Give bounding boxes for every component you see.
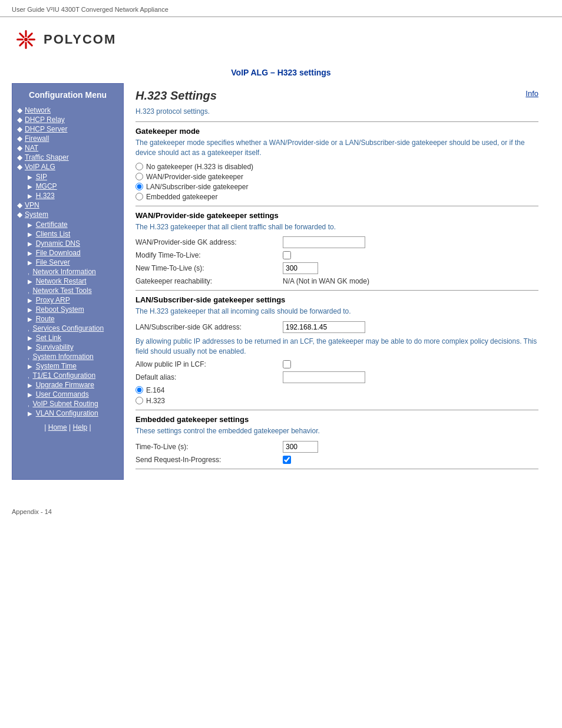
sidebar-item-sip[interactable]: ▶ SIP: [17, 172, 118, 181]
sidebar-item-nat[interactable]: ◆ NAT: [17, 144, 118, 152]
sidebar-item-network-restart[interactable]: ▶ Network Restart: [17, 276, 118, 285]
svg-rect-7: [19, 41, 25, 47]
radio-no-gatekeeper-input[interactable]: [135, 163, 143, 170]
sidebar-item-services-configuration[interactable]: , Services Configuration: [17, 324, 118, 332]
gk-reachability-label: Gatekeeper reachability:: [135, 277, 283, 285]
gk-reachability-value: N/A (Not in WAN GK mode): [283, 277, 369, 285]
page-title: VoIP ALG – H323 settings: [231, 68, 330, 77]
new-ttl-label: New Time-To-Live (s):: [135, 264, 283, 272]
sidebar-item-reboot-system[interactable]: ▶ Reboot System: [17, 305, 118, 314]
sidebar-item-network[interactable]: ◆ Network: [17, 106, 118, 114]
polycom-logo-icon: [12, 28, 40, 51]
allow-public-ip-row: Allow public IP in LCF:: [135, 360, 538, 368]
divider-2: [135, 206, 538, 206]
radio-lan-gatekeeper-input[interactable]: [135, 183, 143, 190]
sidebar-item-system-time[interactable]: ▶ System Time: [17, 361, 118, 370]
gatekeeper-mode-desc: The gatekeeper mode specifies whether a …: [135, 138, 538, 158]
sidebar-item-network-test-tools[interactable]: , Network Test Tools: [17, 286, 118, 295]
radio-wan-gatekeeper-input[interactable]: [135, 173, 143, 180]
divider-4: [135, 410, 538, 410]
send-request-checkbox[interactable]: [283, 456, 291, 464]
sidebar-item-network-information[interactable]: , Network Information: [17, 267, 118, 276]
allow-public-ip-checkbox[interactable]: [283, 360, 291, 368]
sidebar-item-voip-subnet-routing[interactable]: , VoIP Subnet Routing: [17, 399, 118, 408]
sidebar-item-clients-list[interactable]: ▶ Clients List: [17, 229, 118, 238]
lan-settings-section: LAN/Subscriber-side gatekeeper settings …: [135, 295, 538, 404]
sidebar-item-mgcp[interactable]: ▶ MGCP: [17, 182, 118, 190]
sidebar-item-certificate[interactable]: ▶ Certificate: [17, 220, 118, 229]
help-link[interactable]: Help: [73, 423, 88, 431]
sidebar-item-dhcp-relay[interactable]: ◆ DHCP Relay: [17, 116, 118, 124]
divider-3: [135, 290, 538, 291]
embedded-ttl-input[interactable]: [283, 441, 318, 453]
gatekeeper-mode-title: Gatekeeper mode: [135, 127, 538, 136]
gk-reachability-row: Gatekeeper reachability: N/A (Not in WAN…: [135, 277, 538, 285]
svg-rect-1: [25, 30, 27, 37]
wan-gk-address-input[interactable]: [283, 236, 365, 248]
sidebar-item-vlan-configuration[interactable]: ▶ VLAN Configuration: [17, 409, 118, 417]
wan-gk-address-label: WAN/Provider-side GK address:: [135, 238, 283, 246]
svg-rect-3: [16, 39, 24, 41]
gatekeeper-mode-section: Gatekeeper mode The gatekeeper mode spec…: [135, 127, 538, 201]
content-heading: H.323 Settings: [135, 89, 538, 103]
sidebar-item-user-commands[interactable]: ▶ User Commands: [17, 390, 118, 398]
modify-ttl-checkbox[interactable]: [283, 251, 291, 259]
sidebar-item-survivability[interactable]: ▶ Survivability: [17, 342, 118, 351]
embedded-settings-section: Embedded gatekeeper settings These setti…: [135, 415, 538, 464]
svg-rect-5: [27, 32, 34, 39]
sidebar-item-route[interactable]: ▶ Route: [17, 314, 118, 323]
alias-h323-radio[interactable]: [135, 397, 143, 404]
wan-settings-title: WAN/Provider-side gatekeeper settings: [135, 211, 538, 220]
divider-5: [135, 469, 538, 469]
home-link[interactable]: Home: [48, 423, 67, 431]
wan-settings-section: WAN/Provider-side gatekeeper settings Th…: [135, 211, 538, 286]
sidebar-item-system[interactable]: ◆ System: [17, 210, 118, 219]
sidebar-item-proxy-arp[interactable]: ▶ Proxy ARP: [17, 295, 118, 304]
sidebar-item-voip-alg[interactable]: ◆ VoIP ALG: [17, 163, 118, 171]
alias-e164-radio[interactable]: [135, 386, 143, 394]
default-alias-row: Default alias:: [135, 371, 538, 383]
sidebar-item-system-information[interactable]: , System Information: [17, 352, 118, 361]
radio-embedded-gatekeeper-input[interactable]: [135, 193, 143, 200]
sidebar-item-dhcp-server[interactable]: ◆ DHCP Server: [17, 125, 118, 133]
sidebar-item-file-download[interactable]: ▶ File Download: [17, 248, 118, 257]
send-request-row: Send Request-In-Progress:: [135, 456, 538, 464]
lan-gk-address-label: LAN/Subscriber-side GK address:: [135, 323, 283, 331]
new-ttl-input[interactable]: [283, 262, 318, 274]
sidebar-footer: | Home | Help |: [17, 423, 118, 431]
sidebar-item-firewall[interactable]: ◆ Firewall: [17, 134, 118, 143]
sidebar-item-file-server[interactable]: ▶ File Server: [17, 258, 118, 266]
svg-rect-2: [25, 42, 27, 49]
gatekeeper-radio-group: No gatekeeper (H.323 is disabled) WAN/Pr…: [135, 163, 538, 201]
top-header: User Guide V²IU 4300T Converged Network …: [0, 0, 562, 17]
sidebar-item-h323[interactable]: ▶ H.323: [17, 191, 118, 200]
wan-gk-address-row: WAN/Provider-side GK address:: [135, 236, 538, 248]
default-alias-input[interactable]: [283, 371, 365, 383]
page-title-bar: VoIP ALG – H323 settings: [0, 61, 562, 83]
sidebar-item-upgrade-firmware[interactable]: ▶ Upgrade Firmware: [17, 380, 118, 389]
send-request-label: Send Request-In-Progress:: [135, 456, 283, 464]
svg-point-0: [24, 38, 28, 41]
lan-gk-address-input[interactable]: [283, 321, 365, 333]
embedded-ttl-row: Time-To-Live (s):: [135, 441, 538, 453]
svg-rect-8: [27, 41, 34, 47]
lan-settings-title: LAN/Subscriber-side gatekeeper settings: [135, 295, 538, 304]
new-ttl-row: New Time-To-Live (s):: [135, 262, 538, 274]
alias-e164-row: E.164: [135, 386, 538, 394]
content-intro: H.323 protocol settings.: [135, 107, 538, 116]
info-link[interactable]: Info: [525, 89, 538, 98]
sidebar-item-dynamic-dns[interactable]: ▶ Dynamic DNS: [17, 239, 118, 248]
polycom-logo: POLYCOM: [12, 28, 116, 51]
header-text: User Guide V²IU 4300T Converged Network …: [12, 6, 168, 13]
radio-wan-gatekeeper: WAN/Provider-side gatekeeper: [135, 173, 538, 181]
radio-no-gatekeeper: No gatekeeper (H.323 is disabled): [135, 163, 538, 171]
alias-h323-row: H.323: [135, 397, 538, 405]
sidebar-item-traffic-shaper[interactable]: ◆ Traffic Shaper: [17, 153, 118, 162]
sidebar-item-t1e1-configuration[interactable]: , T1/E1 Configuration: [17, 371, 118, 380]
svg-rect-6: [19, 32, 25, 39]
modify-ttl-row: Modify Time-To-Live:: [135, 251, 538, 259]
sidebar-item-set-link[interactable]: ▶ Set Link: [17, 333, 118, 342]
radio-lan-gatekeeper: LAN/Subscriber-side gatekeeper: [135, 183, 538, 191]
lan-settings-desc: The H.323 gatekeeper that all incoming c…: [135, 307, 538, 317]
sidebar-item-vpn[interactable]: ◆ VPN: [17, 201, 118, 209]
